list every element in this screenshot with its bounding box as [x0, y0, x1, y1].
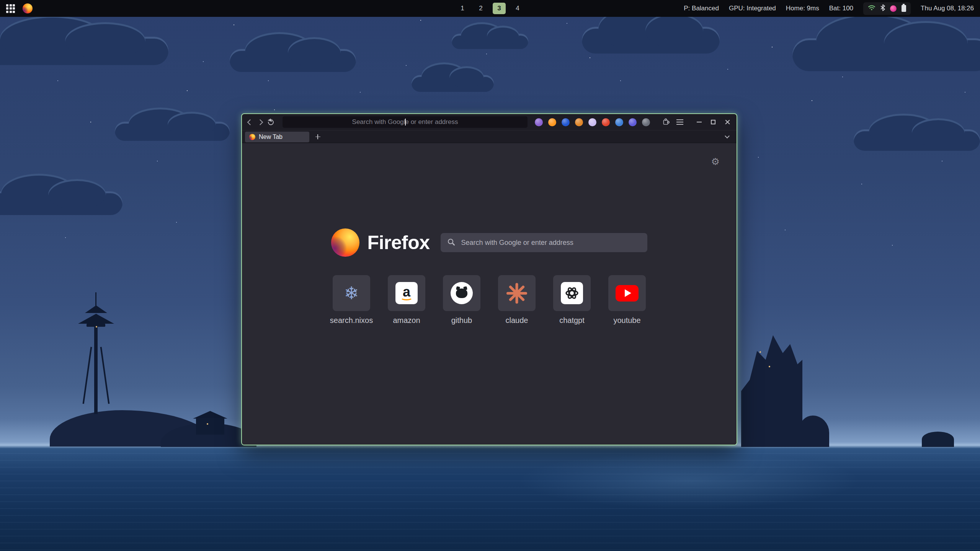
shortcut-card: a	[388, 275, 425, 311]
firefox-window: New Tab ⚙ Firefox ❄ search.nixos	[241, 113, 737, 445]
status-bar: 1 2 3 4 P: Balanced GPU: Integrated Home…	[0, 0, 980, 17]
shortcut-chatgpt[interactable]: chatgpt	[553, 275, 591, 325]
cloud	[854, 129, 980, 151]
shortcut-label: chatgpt	[559, 316, 585, 325]
shortcut-label: github	[451, 316, 472, 325]
shortcut-card	[608, 275, 646, 311]
text-caret	[405, 119, 406, 126]
firefox-logo	[331, 228, 359, 257]
watchtower-spire	[95, 292, 96, 306]
battery-icon[interactable]	[902, 5, 906, 12]
extension-icon-6[interactable]	[602, 118, 610, 126]
app-launcher-icon[interactable]	[6, 4, 15, 13]
extension-icon-4[interactable]	[575, 118, 583, 126]
extension-icon-8[interactable]	[629, 118, 637, 126]
shortcut-card	[443, 275, 480, 311]
extension-icon-9[interactable]	[642, 118, 650, 126]
workspace-switcher: 1 2 3 4	[456, 3, 524, 14]
workspace-1[interactable]: 1	[456, 3, 469, 14]
cloud	[582, 27, 720, 54]
island-hut-roof	[193, 411, 227, 419]
network-latency-status: Home: 9ms	[786, 5, 819, 12]
github-octocat-icon	[451, 282, 473, 304]
close-button[interactable]	[725, 119, 730, 125]
firefox-wordmark: Firefox	[367, 231, 430, 254]
tab-bar: New Tab	[242, 130, 737, 143]
battery-status: Bat: 100	[829, 5, 853, 12]
shortcut-card: ❄	[333, 275, 370, 311]
watchtower-leg	[83, 347, 92, 404]
extension-buttons	[535, 118, 650, 126]
extension-icon-1[interactable]	[535, 118, 543, 126]
cloud	[230, 49, 356, 72]
shortcut-label: search.nixos	[330, 316, 373, 325]
nixos-snowflake-icon: ❄	[344, 284, 359, 302]
shortcut-label: claude	[506, 316, 528, 325]
workspace-3-active[interactable]: 3	[493, 3, 506, 14]
shortcut-search-nixos[interactable]: ❄ search.nixos	[333, 275, 370, 325]
navigation-toolbar	[242, 114, 737, 130]
plus-icon	[315, 134, 320, 139]
tab-new-tab[interactable]: New Tab	[245, 132, 309, 142]
chatgpt-logo-icon	[561, 282, 583, 304]
shortcut-github[interactable]: github	[443, 275, 480, 325]
menu-hamburger-icon[interactable]	[676, 122, 683, 122]
shortcut-claude[interactable]: claude	[498, 275, 536, 325]
firefox-launcher-icon[interactable]	[23, 3, 33, 13]
new-tab-page: ⚙ Firefox ❄ search.nixos a	[242, 143, 737, 445]
island-hut	[196, 418, 224, 435]
firefox-favicon	[249, 134, 255, 140]
shortcut-tiles: ❄ search.nixos a amazon github	[242, 275, 737, 325]
shortcut-label: amazon	[393, 316, 420, 325]
clock[interactable]: Thu Aug 08, 18:26	[921, 5, 974, 12]
cloud	[0, 37, 168, 65]
newtab-search-box[interactable]	[441, 233, 647, 252]
personalize-gear-icon[interactable]: ⚙	[711, 157, 720, 166]
forward-button[interactable]	[257, 119, 263, 125]
claude-starburst-icon	[506, 283, 527, 303]
rock-far-right	[922, 432, 954, 447]
cliff-light	[760, 351, 761, 353]
extension-icon-7[interactable]	[615, 118, 623, 126]
tab-title: New Tab	[259, 134, 283, 140]
search-icon	[448, 239, 453, 244]
system-tray	[863, 2, 911, 15]
url-bar[interactable]	[283, 116, 528, 128]
workspace-2[interactable]: 2	[474, 3, 487, 14]
gpu-status: GPU: Integrated	[729, 5, 776, 12]
back-button[interactable]	[247, 119, 253, 125]
shortcut-youtube[interactable]: youtube	[608, 275, 646, 325]
window-controls	[697, 119, 730, 125]
watchtower-leg	[100, 347, 110, 404]
bluetooth-icon[interactable]	[880, 4, 885, 13]
reload-button[interactable]	[267, 118, 275, 126]
newtab-hero: Firefox	[242, 228, 737, 257]
extension-icon-2[interactable]	[548, 118, 556, 126]
maximize-button[interactable]	[711, 120, 715, 124]
shortcut-card	[553, 275, 591, 311]
extension-icon-3[interactable]	[562, 118, 570, 126]
extension-icon-5[interactable]	[588, 118, 596, 126]
newtab-search-input[interactable]	[441, 238, 647, 247]
cloud	[115, 122, 230, 141]
cloud	[0, 191, 122, 215]
media-indicator-icon[interactable]	[890, 5, 897, 12]
shortcut-label: youtube	[613, 316, 640, 325]
new-tab-button[interactable]	[312, 132, 323, 142]
list-all-tabs-button[interactable]	[725, 136, 729, 138]
minimize-button[interactable]	[697, 122, 702, 122]
power-profile-status: P: Balanced	[684, 5, 719, 12]
tower-light	[96, 326, 97, 328]
workspace-4[interactable]: 4	[511, 3, 524, 14]
shortcut-card	[498, 275, 536, 311]
chevron-down-icon	[725, 134, 730, 139]
watchtower-roof	[78, 314, 114, 324]
youtube-play-icon	[616, 285, 639, 302]
amazon-logo-icon: a	[395, 282, 418, 304]
shortcut-amazon[interactable]: a amazon	[388, 275, 425, 325]
wifi-icon[interactable]	[868, 5, 875, 13]
cloud	[792, 38, 980, 71]
cliff-rock	[799, 416, 829, 447]
watchtower-roof-upper	[85, 305, 107, 313]
extensions-puzzle-icon[interactable]	[662, 117, 670, 127]
